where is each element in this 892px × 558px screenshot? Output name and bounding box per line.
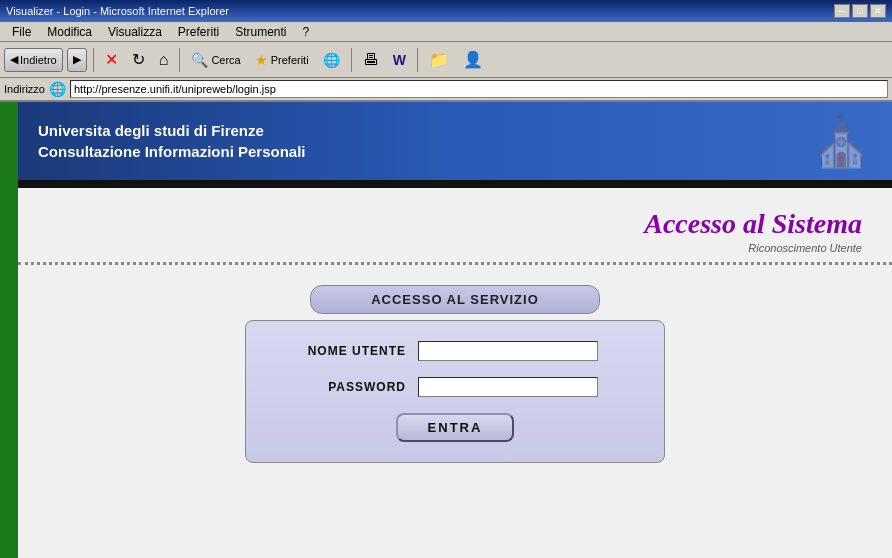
menu-bar: File Modifica Visualizza Preferiti Strum…: [0, 22, 892, 42]
search-button[interactable]: 🔍 Cerca: [186, 46, 245, 74]
submit-button[interactable]: ENTRA: [396, 413, 515, 442]
service-title: ACCESSO AL SERVIZIO: [310, 285, 600, 314]
favorites-button[interactable]: ★ Preferiti: [250, 46, 314, 74]
menu-modifica[interactable]: Modifica: [39, 23, 100, 41]
minimize-button[interactable]: ─: [834, 4, 850, 18]
forward-arrow-icon: ▶: [73, 53, 81, 66]
menu-strumenti[interactable]: Strumenti: [227, 23, 294, 41]
back-arrow-icon: ◀: [10, 53, 18, 66]
search-icon: 🔍: [191, 52, 208, 68]
page-icon: 🌐: [49, 81, 66, 97]
search-label: Cerca: [211, 54, 240, 66]
login-area: Accesso al Sistema Riconoscimento Utente…: [18, 188, 892, 558]
separator-4: [417, 48, 418, 72]
print-icon: 🖶: [363, 51, 379, 69]
header-banner: Universita degli studi di Firenze Consul…: [18, 102, 892, 180]
black-bar: [18, 180, 892, 188]
window-title: Visualizer - Login - Microsoft Internet …: [6, 5, 834, 17]
separator-1: [93, 48, 94, 72]
address-input[interactable]: http://presenze.unifi.it/unipreweb/login…: [70, 80, 888, 98]
user-button[interactable]: 👤: [458, 46, 488, 74]
refresh-button[interactable]: ↻: [127, 46, 150, 74]
back-button[interactable]: ◀ Indietro: [4, 48, 63, 72]
forward-button[interactable]: ▶: [67, 48, 87, 72]
home-icon: ⌂: [159, 51, 169, 69]
separator-2: [179, 48, 180, 72]
maximize-button[interactable]: □: [852, 4, 868, 18]
toolbar: ◀ Indietro ▶ ✕ ↻ ⌂ 🔍 Cerca ★ Preferiti 🌐…: [0, 42, 892, 78]
username-label: NOME UTENTE: [286, 344, 406, 358]
stop-icon: ✕: [105, 50, 118, 69]
page-content: Universita degli studi di Firenze Consul…: [0, 102, 892, 558]
recognition-text: Riconoscimento Utente: [748, 242, 892, 262]
login-box-wrapper: ACCESSO AL SERVIZIO NOME UTENTE PASSWORD…: [18, 285, 892, 463]
folder-button[interactable]: 📁: [424, 46, 454, 74]
username-row: NOME UTENTE: [286, 341, 624, 361]
password-label: PASSWORD: [286, 380, 406, 394]
password-row: PASSWORD: [286, 377, 624, 397]
user-icon: 👤: [463, 50, 483, 69]
header-line2: Consultazione Informazioni Personali: [38, 141, 306, 162]
print-button[interactable]: 🖶: [358, 46, 384, 74]
password-input[interactable]: [418, 377, 598, 397]
favorites-label: Preferiti: [271, 54, 309, 66]
login-form-box: NOME UTENTE PASSWORD ENTRA: [245, 320, 665, 463]
menu-preferiti[interactable]: Preferiti: [170, 23, 227, 41]
url-text: http://presenze.unifi.it/unipreweb/login…: [74, 83, 276, 95]
menu-help[interactable]: ?: [295, 23, 318, 41]
menu-visualizza[interactable]: Visualizza: [100, 23, 170, 41]
main-content: Universita degli studi di Firenze Consul…: [18, 102, 892, 558]
address-bar: Indirizzo 🌐 http://presenze.unifi.it/uni…: [0, 78, 892, 102]
system-title: Accesso al Sistema: [644, 188, 892, 242]
window-controls: ─ □ ✕: [834, 4, 886, 18]
header-line1: Universita degli studi di Firenze: [38, 120, 306, 141]
stop-button[interactable]: ✕: [100, 46, 123, 74]
username-input[interactable]: [418, 341, 598, 361]
separator-3: [351, 48, 352, 72]
media-icon: 🌐: [323, 52, 340, 68]
menu-file[interactable]: File: [4, 23, 39, 41]
media-button[interactable]: 🌐: [318, 46, 345, 74]
address-label: Indirizzo: [4, 83, 45, 95]
close-button[interactable]: ✕: [870, 4, 886, 18]
left-sidebar: [0, 102, 18, 558]
word-button[interactable]: W: [388, 46, 411, 74]
dotted-separator: [18, 262, 892, 265]
word-icon: W: [393, 52, 406, 68]
star-icon: ★: [255, 52, 268, 68]
university-icon: ⛪: [810, 112, 872, 170]
title-bar: Visualizer - Login - Microsoft Internet …: [0, 0, 892, 22]
home-button[interactable]: ⌂: [154, 46, 174, 74]
folder-icon: 📁: [429, 50, 449, 69]
back-label: Indietro: [20, 54, 57, 66]
header-text: Universita degli studi di Firenze Consul…: [38, 120, 306, 162]
refresh-icon: ↻: [132, 50, 145, 69]
